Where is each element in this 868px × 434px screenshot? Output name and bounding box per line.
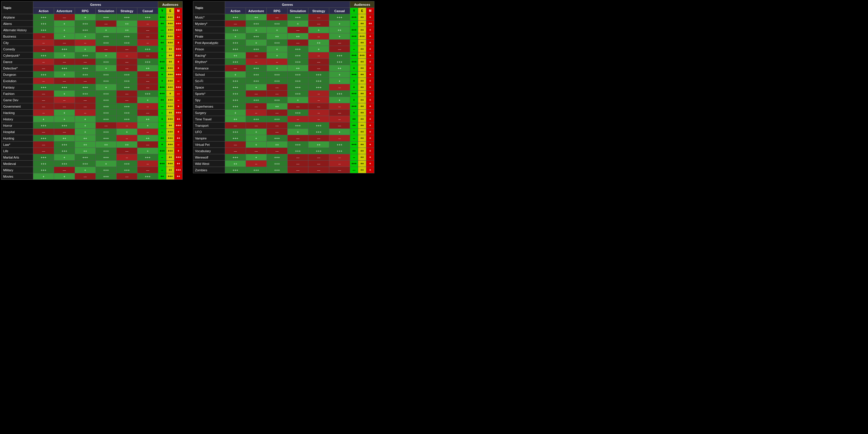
audience-cell-y: ++ [350,148,358,154]
genre-cell: --- [267,91,288,97]
audience-cell-m: ++ [175,14,183,21]
genre-cell: + [246,40,267,46]
genre-cell: -- [117,154,137,161]
genre-cell: +++ [137,91,158,97]
genre-col-casual: Casual [137,8,158,14]
topic-cell: Mystery* [193,21,225,27]
genre-cell: + [75,33,96,40]
audience-cell-m: + [366,27,374,33]
audience-cell-m: + [366,59,374,65]
topic-cell: Hunting [1,135,33,142]
genre-cell: -- [329,84,350,91]
topic-cell: Prison [193,46,225,52]
topic-cell: Hacking [1,110,33,116]
audience-cell-y: -- [158,52,166,59]
genre-cell: -- [33,59,54,65]
topic-cell: Airplane [1,14,33,21]
genre-cell: -- [54,97,75,103]
audience-cell-y: -- [158,167,166,173]
genre-cell: --- [54,40,75,46]
topic-cell: Business [1,33,33,40]
genre-cell: +++ [267,78,288,84]
genre-cell: +++ [225,40,246,46]
genre-cell: ++ [329,27,350,33]
table-row: Surgery+-----+++-----++++ [193,110,374,116]
genre-cell: ++ [225,52,246,59]
genre-cell: +++ [33,21,54,27]
audience-cell-e: ++ [358,46,366,52]
genre-cell: +++ [137,46,158,52]
audience-cell-m: + [366,116,374,122]
genre-cell: --- [308,154,329,161]
genre-cell: -- [117,122,137,129]
genre-cell: -- [137,21,158,27]
genre-cell: --- [308,21,329,27]
genre-cell: --- [225,21,246,27]
genre-cell: +++ [329,14,350,21]
audience-cell-m: +++ [175,71,183,78]
genre-cell: +++ [288,14,308,21]
genre-cell: --- [329,40,350,46]
audience-cell-m: + [366,142,374,148]
audience-cell-m: +++ [175,110,183,116]
audience-cell-m: + [366,33,374,40]
genre-cell: +++ [117,71,137,78]
genre-cell: +++ [137,173,158,180]
genre-cell: +++ [96,59,117,65]
genre-cell: +++ [225,97,246,103]
topic-cell: Dungeon [1,71,33,78]
genre-cell: --- [288,161,308,167]
audience-cell-y: +++ [158,161,166,167]
genre-cell: --- [137,27,158,33]
table-row: Racing*++---++++--++++++++++ [193,52,374,59]
genre-cell: +++ [288,84,308,91]
genre-cell: --- [33,142,54,148]
audience-cell-m: + [366,46,374,52]
topic-cell: Surgery [193,110,225,116]
genre-cell: --- [117,46,137,52]
audience-cell-e: +++ [166,103,175,110]
genre-cell: --- [225,122,246,129]
genre-cell: ++ [75,142,96,148]
audience-cell-m: + [366,71,374,78]
topic-cell: Vampire [193,135,225,142]
audience-cell-e: ++ [358,84,366,91]
audience-cell-e: ++ [358,65,366,71]
genre-cell: --- [33,33,54,40]
audience-col-y: Y [350,8,358,14]
genre-cell: + [246,142,267,148]
table-row: Ninja+++++---+++++++++ [193,27,374,33]
audience-cell-y: +++ [158,59,166,65]
audience-cell-y: + [158,71,166,78]
genre-cell: + [54,110,75,116]
audience-cell-m: + [366,110,374,116]
genre-cell: +++ [267,21,288,27]
topic-cell: School [193,71,225,78]
topic-cell: Cyberpunk* [1,52,33,59]
genre-cell: --- [33,129,54,135]
topic-cell: Hospital [1,129,33,135]
audience-cell-m: +++ [175,122,183,129]
audience-cell-e: ++ [358,116,366,122]
genre-cell: +++ [288,52,308,59]
genre-cell: +++ [117,14,137,21]
audience-cell-e: ++ [358,59,366,65]
audience-cell-e: ++ [166,167,175,173]
spacer [185,1,191,180]
genre-cell: + [288,97,308,103]
audience-cell-m: +++ [175,52,183,59]
audience-cell-e: ++ [358,71,366,78]
topic-cell: Life [1,148,33,154]
audience-cell-e: ++ [358,14,366,21]
genre-cell: + [267,27,288,33]
genre-cell: --- [246,91,267,97]
audience-cell-e: ++ [358,129,366,135]
genre-cell: -- [267,59,288,65]
audience-cell-y: ++ [158,135,166,142]
topic-cell: Post Apocalyptic [193,40,225,46]
audience-cell-m: ++ [175,135,183,142]
audience-cell-y: + [158,142,166,148]
audience-cell-m: + [175,40,183,46]
topic-cell: Superheroes [193,103,225,110]
genre-cell: --- [33,97,54,103]
